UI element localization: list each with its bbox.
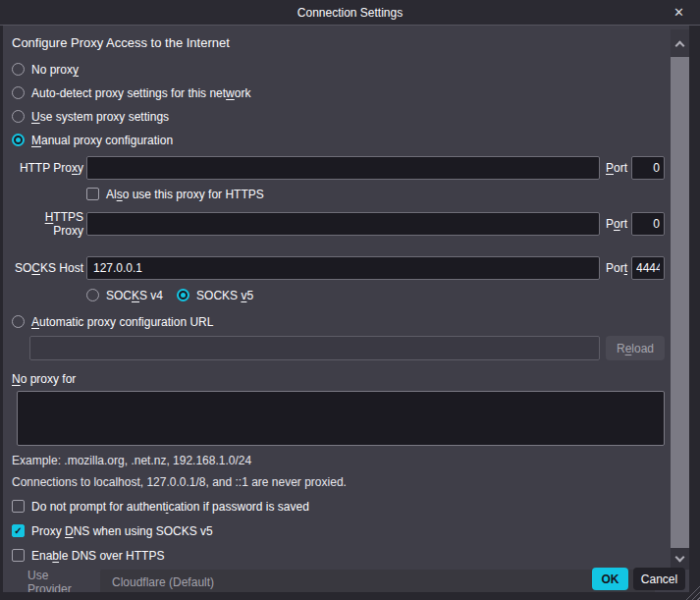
radio-no-proxy[interactable]: No proxy xyxy=(12,62,665,77)
close-icon: ✕ xyxy=(673,5,684,20)
checkbox-icon: ✓ xyxy=(86,188,99,200)
http-proxy-label: HTTP Proxy xyxy=(12,161,83,175)
socks-host-input[interactable] xyxy=(86,256,600,280)
https-proxy-row: HTTPS Proxy Port xyxy=(12,210,665,238)
radio-manual-proxy[interactable]: Manual proxy configuration xyxy=(12,133,665,147)
cancel-button[interactable]: Cancel xyxy=(633,568,685,590)
window-frame-right xyxy=(689,26,700,600)
socks-port-label: Port xyxy=(606,261,627,275)
http-port-label: Port xyxy=(606,161,627,175)
http-proxy-input[interactable] xyxy=(86,156,600,180)
no-proxy-for-textarea[interactable] xyxy=(17,391,665,446)
radio-icon xyxy=(12,110,25,123)
radio-icon xyxy=(86,289,99,301)
checkbox-enable-doh[interactable]: ✓ Enable DNS over HTTPS xyxy=(12,548,665,563)
checkbox-proxy-dns-label: Proxy DNS when using SOCKS v5 xyxy=(31,524,213,538)
radio-icon xyxy=(12,315,25,328)
doh-provider-value: Cloudflare (Default) xyxy=(112,575,214,589)
checkbox-enable-doh-label: Enable DNS over HTTPS xyxy=(31,549,164,563)
checkbox-no-auth-prompt-label: Do not prompt for authentication if pass… xyxy=(31,500,309,514)
titlebar: Connection Settings ✕ xyxy=(0,0,700,26)
https-proxy-label: HTTPS Proxy xyxy=(12,210,83,238)
radio-icon xyxy=(12,63,25,76)
proxy-mode-group: No proxy Auto-detect proxy settings for … xyxy=(12,62,665,147)
window-frame-bottom xyxy=(0,592,700,600)
radio-autoconfig-url[interactable]: Automatic proxy configuration URL xyxy=(12,314,665,329)
http-port-input[interactable] xyxy=(631,156,665,180)
checkbox-also-use-for-https[interactable]: ✓ Also use this proxy for HTTPS xyxy=(86,187,665,201)
radio-socks-v4[interactable]: SOCKS v4 xyxy=(86,288,163,302)
radio-no-proxy-label: No proxy xyxy=(31,63,79,77)
scrollbar-thumb[interactable] xyxy=(671,57,689,548)
checkbox-no-auth-prompt[interactable]: ✓ Do not prompt for authentication if pa… xyxy=(12,499,665,514)
radio-manual-proxy-label: Manual proxy configuration xyxy=(31,134,173,147)
checkbox-icon: ✓ xyxy=(12,524,25,537)
socks-host-row: SOCKS Host Port xyxy=(12,256,665,280)
radio-icon xyxy=(12,134,25,146)
checkbox-also-use-for-https-label: Also use this proxy for HTTPS xyxy=(106,188,264,201)
http-proxy-row: HTTP Proxy Port xyxy=(12,156,665,180)
radio-auto-detect[interactable]: Auto-detect proxy settings for this netw… xyxy=(12,85,665,100)
page-title: Configure Proxy Access to the Internet xyxy=(12,35,665,50)
scrollbar[interactable] xyxy=(671,29,689,570)
autoconfig-url-row: Reload xyxy=(12,336,665,360)
no-proxy-example: Example: .mozilla.org, .net.nz, 192.168.… xyxy=(12,454,665,467)
ok-button[interactable]: OK xyxy=(592,568,628,590)
checkmark-icon: ✓ xyxy=(14,526,22,536)
radio-socks-v5[interactable]: SOCKS v5 xyxy=(177,288,253,302)
https-port-input[interactable] xyxy=(631,212,665,236)
radio-auto-detect-label: Auto-detect proxy settings for this netw… xyxy=(31,86,250,100)
checkbox-icon: ✓ xyxy=(12,549,25,562)
radio-system-proxy-label: Use system proxy settings xyxy=(31,110,169,124)
radio-autoconfig-url-label: Automatic proxy configuration URL xyxy=(31,315,213,329)
chevron-up-icon xyxy=(675,40,685,50)
scroll-up-button[interactable] xyxy=(671,29,689,57)
socks-host-label: SOCKS Host xyxy=(12,261,83,275)
autoconfig-url-input[interactable] xyxy=(29,336,600,360)
radio-system-proxy[interactable]: Use system proxy settings xyxy=(12,109,665,124)
socks-version-group: SOCKS v4 SOCKS v5 xyxy=(86,288,665,302)
dialog-content: Configure Proxy Access to the Internet N… xyxy=(3,26,671,596)
https-port-label: Port xyxy=(606,217,627,231)
checkbox-proxy-dns[interactable]: ✓ Proxy DNS when using SOCKS v5 xyxy=(12,523,665,538)
radio-icon xyxy=(12,86,25,99)
radio-icon xyxy=(177,289,189,301)
reload-button[interactable]: Reload xyxy=(606,336,665,360)
no-proxy-note: Connections to localhost, 127.0.0.1/8, a… xyxy=(12,475,665,489)
scroll-down-button[interactable] xyxy=(671,548,689,570)
connection-settings-dialog: Connection Settings ✕ Configure Proxy Ac… xyxy=(0,0,700,600)
dialog-title: Connection Settings xyxy=(297,6,403,20)
socks-port-input[interactable] xyxy=(631,256,665,280)
radio-socks-v4-label: SOCKS v4 xyxy=(106,289,163,302)
https-proxy-input[interactable] xyxy=(86,212,600,236)
window-frame-left xyxy=(0,26,3,600)
chevron-down-icon xyxy=(675,552,685,562)
close-button[interactable]: ✕ xyxy=(670,0,688,25)
no-proxy-for-label: No proxy for xyxy=(12,372,665,386)
radio-socks-v5-label: SOCKS v5 xyxy=(196,289,253,302)
checkbox-icon: ✓ xyxy=(12,500,25,513)
